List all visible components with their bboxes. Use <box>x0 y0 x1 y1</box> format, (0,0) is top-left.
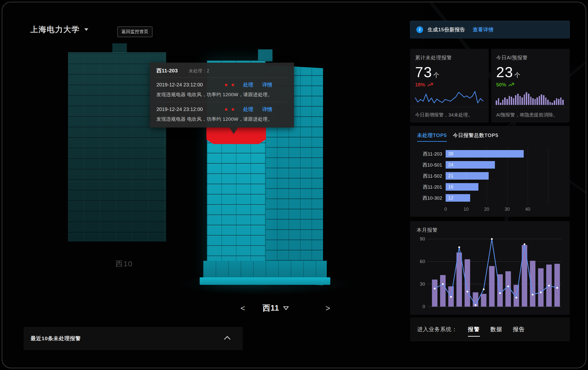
mini-bar <box>562 100 564 105</box>
campus-dropdown-caret[interactable] <box>84 28 89 31</box>
detail-link[interactable]: 详情 <box>262 106 272 113</box>
mini-bar <box>530 97 532 105</box>
stat-unit: 个 <box>514 71 520 79</box>
ai-minibar-chart <box>496 90 565 105</box>
mini-bar <box>560 97 562 105</box>
mini-bar <box>545 97 547 105</box>
top5-row-label: 西11-502 <box>417 173 442 179</box>
alarm-time: 2019-12-24 23:12:00 <box>156 82 219 88</box>
svg-text:0: 0 <box>422 304 425 309</box>
top5-bar: 24 <box>446 161 495 169</box>
screen-frame: 上海电力大学 返回监控首页 西10 西11-203 未处理：2 2019-12-… <box>2 2 586 368</box>
mini-bar <box>506 99 508 105</box>
back-to-monitor-button[interactable]: 返回监控首页 <box>117 27 152 37</box>
mini-bar <box>519 96 521 105</box>
current-building-label: 西11 <box>262 303 279 313</box>
top5-row-label: 西10-501 <box>417 162 442 168</box>
recent-alarms-title: 最近10条未处理报警 <box>31 335 81 342</box>
process-link[interactable]: 处理 <box>243 81 253 88</box>
mini-bar <box>539 96 540 105</box>
banner-text: 生成15份新报告 <box>428 26 465 33</box>
top5-bar: 16 <box>446 183 478 191</box>
mini-bar <box>532 98 534 105</box>
detail-link[interactable]: 详情 <box>262 81 272 88</box>
mini-bar <box>521 97 523 105</box>
x-tick-label: 10 <box>464 207 469 212</box>
tooltip-room-title: 西11-203 <box>156 67 178 74</box>
mini-bar <box>536 97 538 105</box>
mini-bar <box>502 100 504 105</box>
mini-bar <box>515 95 516 105</box>
x-tick-label: 0 <box>444 207 447 212</box>
monthly-combo-chart: 0306090 <box>417 234 563 311</box>
top5-row-label: 西11-203 <box>417 151 442 157</box>
biz-link-report[interactable]: 报告 <box>513 326 525 333</box>
mini-bar <box>551 103 553 105</box>
mini-bar <box>526 92 527 105</box>
monthly-chart-title: 本月报警 <box>417 227 563 233</box>
stat-value: 23 <box>496 64 513 80</box>
mini-bar <box>511 97 512 105</box>
view-details-link[interactable]: 查看详情 <box>473 26 494 33</box>
mini-bar <box>556 98 557 105</box>
business-system-label: 进入业务系统： <box>417 326 457 333</box>
building-xi10-chimney <box>112 43 127 53</box>
recent-alarms-panel: 最近10条未处理报警 <box>24 327 243 350</box>
campus-title: 上海电力大学 <box>30 24 89 35</box>
trend-percent: 50% <box>496 82 506 88</box>
business-system-bar: 进入业务系统： 报警 数据 报告 <box>410 317 570 341</box>
stat-footer: AI预报警，将隐患提前消除。 <box>491 107 570 122</box>
process-link[interactable]: 处理 <box>243 106 253 113</box>
top5-row-label: 西10-302 <box>417 195 442 201</box>
building-xi11-podium <box>203 261 327 279</box>
stat-title: 今日AI预报警 <box>496 54 565 61</box>
mini-bar <box>498 98 499 105</box>
top5-bar: 12 <box>446 194 470 202</box>
alarm-entry: 2019-12-24 23:12:00 处理 详情 发现违规电器 电吹风，功率约… <box>156 78 287 98</box>
tab-unprocessed-top5[interactable]: 未处理TOP5 <box>417 132 447 142</box>
stat-unit: 个 <box>433 71 439 79</box>
x-tick-label: 40 <box>525 207 530 212</box>
prev-building-button[interactable]: < <box>240 304 245 313</box>
biz-link-alarm[interactable]: 报警 <box>468 326 480 337</box>
biz-link-data[interactable]: 数据 <box>490 326 502 333</box>
alarm-status-dots <box>225 108 234 111</box>
building-xi11-chimney <box>258 49 272 61</box>
alarm-entry: 2019-12-24 23:12:00 处理 详情 发现违规电器 电吹风，功率约… <box>156 102 287 122</box>
top5-bar: 21 <box>446 172 489 180</box>
dashboard: 上海电力大学 返回监控首页 西10 西11-203 未处理：2 2019-12-… <box>0 0 588 370</box>
alarm-time: 2019-12-24 23:12:00 <box>156 106 219 112</box>
mini-bar <box>547 100 549 105</box>
mini-bar <box>528 94 529 105</box>
mini-bar <box>496 100 497 105</box>
mini-bar <box>509 96 510 105</box>
svg-text:30: 30 <box>420 281 425 287</box>
building-selector[interactable]: 西11 <box>262 303 289 313</box>
building-dropdown-caret <box>283 306 289 310</box>
stat-card-unprocessed: 累计未处理报警 73 个 18% 今日新增报警，34未处理。 <box>410 49 489 122</box>
mini-bar <box>504 97 506 105</box>
x-tick-label: 30 <box>505 207 510 212</box>
monthly-alarm-card: 本月报警 0306090 <box>410 221 570 315</box>
mini-bar <box>558 99 559 105</box>
svg-text:90: 90 <box>420 236 425 241</box>
campus-title-text: 上海电力大学 <box>30 24 80 35</box>
stat-value: 73 <box>415 64 432 80</box>
info-icon: i <box>416 26 423 33</box>
trend-up-icon <box>508 83 516 87</box>
alarm-status-dots <box>225 84 234 86</box>
collapse-chevron-icon[interactable] <box>224 336 230 342</box>
alarm-message: 发现违规电器 电吹风，功率约 1200W，请跟进处理。 <box>156 91 287 98</box>
trend-up-icon <box>427 83 435 87</box>
mini-bar <box>524 94 525 105</box>
tab-today-total-top5[interactable]: 今日报警总数TOP5 <box>453 132 498 142</box>
next-building-button[interactable]: > <box>326 304 330 313</box>
mini-bar <box>534 99 536 105</box>
mini-bar <box>500 103 501 105</box>
top5-card: 未处理TOP5 今日报警总数TOP5 010203040西11-20338西10… <box>410 126 570 217</box>
tooltip-unprocessed-count: 未处理：2 <box>189 68 209 74</box>
unprocessed-sparkline-chart <box>415 88 484 105</box>
stat-card-ai-alerts: 今日AI预报警 23 个 50% AI预报警，将隐患提前消除。 <box>491 49 570 122</box>
report-banner: i 生成15份新报告 查看详情 <box>410 21 570 38</box>
mini-bar <box>541 94 542 105</box>
